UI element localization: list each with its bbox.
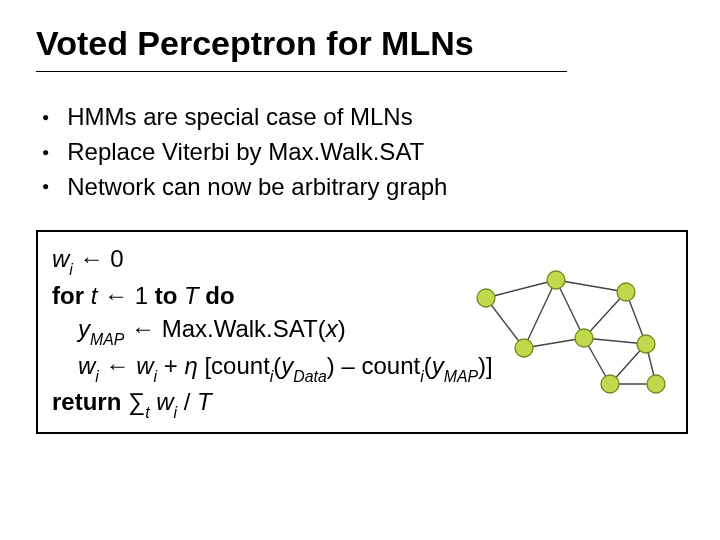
kw-for: for [52, 282, 91, 309]
var-y: y [432, 352, 444, 379]
paren-close: ) [338, 315, 346, 342]
var-y: y [281, 352, 293, 379]
var-y: y [78, 315, 90, 342]
svg-point-17 [575, 329, 593, 347]
assign: ← [99, 352, 136, 379]
svg-line-4 [556, 280, 584, 338]
svg-point-19 [601, 375, 619, 393]
sigma: ∑ [121, 388, 145, 415]
var-w: w [156, 388, 173, 415]
svg-point-16 [515, 339, 533, 357]
svg-point-15 [617, 283, 635, 301]
var-w: w [136, 352, 153, 379]
sub-i: i [154, 368, 158, 385]
paren-open: ( [424, 352, 432, 379]
var-x: x [326, 315, 338, 342]
sub-i: i [69, 261, 73, 278]
bullet-item: Replace Viterbi by Max.Walk.SAT [42, 135, 684, 170]
sub-t: t [145, 404, 149, 421]
sub-i: i [174, 404, 178, 421]
title-underline [36, 71, 567, 72]
svg-point-20 [647, 375, 665, 393]
graph-svg [466, 266, 666, 396]
var-eta: η [184, 352, 197, 379]
sub-map: MAP [90, 331, 124, 348]
sub-i: i [95, 368, 99, 385]
bullet-item: HMMs are special case of MLNs [42, 100, 684, 135]
bullet-list: HMMs are special case of MLNs Replace Vi… [42, 100, 684, 204]
svg-line-1 [556, 280, 626, 292]
sub-i: i [420, 368, 424, 385]
sub-i: i [270, 368, 274, 385]
sub-data: Data [293, 368, 326, 385]
svg-point-13 [477, 289, 495, 307]
var-big-t: T [177, 282, 205, 309]
var-big-t: T [197, 388, 212, 415]
kw-do: do [205, 282, 234, 309]
svg-point-14 [547, 271, 565, 289]
bullet-item: Network can now be arbitrary graph [42, 170, 684, 205]
svg-line-0 [486, 280, 556, 298]
kw-return: return [52, 388, 121, 415]
var-w: w [52, 245, 69, 272]
minus-count: ) – count [327, 352, 420, 379]
from-one: ← 1 [97, 282, 154, 309]
count-open: [count [198, 352, 270, 379]
slide-title: Voted Perceptron for MLNs [36, 24, 684, 63]
svg-line-3 [524, 280, 556, 348]
kw-to: to [155, 282, 178, 309]
assign-zero: ← 0 [73, 245, 124, 272]
graph-illustration [466, 266, 666, 396]
plus: + [157, 352, 184, 379]
var-w: w [78, 352, 95, 379]
svg-point-18 [637, 335, 655, 353]
divide: / [177, 388, 197, 415]
call-maxwalksat: ← Max.Walk.SAT( [124, 315, 325, 342]
